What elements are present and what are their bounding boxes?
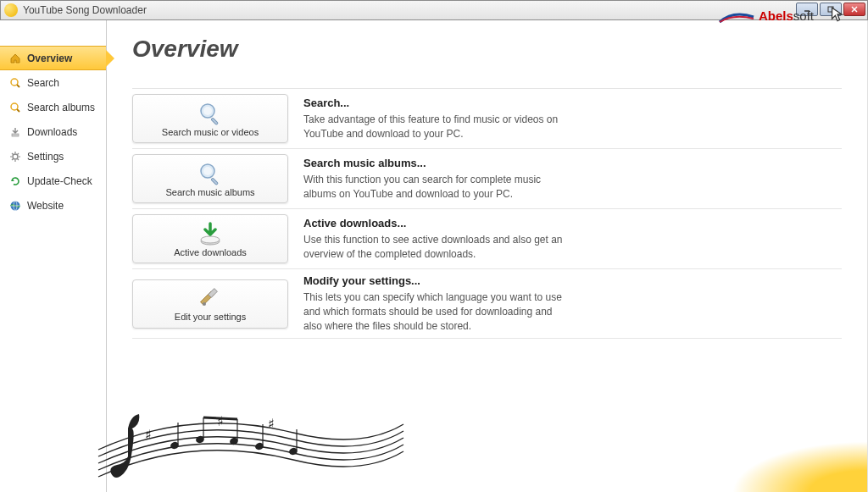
downloads-button[interactable]: Active downloads bbox=[132, 214, 288, 263]
svg-line-7 bbox=[17, 109, 19, 112]
card-search-albums: Search music albums Search music albums.… bbox=[132, 148, 842, 208]
svg-point-9 bbox=[13, 154, 18, 159]
sidebar-item-label: Update-Check bbox=[27, 175, 92, 187]
brand-logo: Abelssoft bbox=[718, 7, 856, 25]
svg-point-28 bbox=[201, 236, 220, 243]
sidebar-item-label: Search bbox=[27, 77, 59, 89]
card-button-label: Active downloads bbox=[174, 247, 247, 257]
svg-point-34 bbox=[229, 437, 239, 446]
svg-point-32 bbox=[195, 435, 205, 445]
settings-button[interactable]: Edit your settings bbox=[132, 279, 288, 329]
svg-point-29 bbox=[203, 302, 206, 306]
sidebar-item-label: Downloads bbox=[27, 126, 77, 138]
svg-point-6 bbox=[11, 103, 18, 110]
card-search: Search music or videos Search... Take ad… bbox=[132, 88, 842, 148]
window-title: YouTube Song Downloader bbox=[23, 4, 147, 16]
svg-point-36 bbox=[254, 442, 264, 451]
sidebar-item-overview[interactable]: Overview bbox=[0, 46, 106, 70]
sidebar-item-label: Search albums bbox=[27, 102, 95, 113]
brand-name: Abelssoft bbox=[759, 8, 814, 23]
sidebar: Overview Search Search albums Downloads … bbox=[0, 20, 107, 492]
sidebar-item-label: Overview bbox=[27, 53, 72, 64]
page-title: Overview bbox=[132, 36, 842, 63]
card-button-label: Edit your settings bbox=[175, 312, 246, 322]
gear-icon bbox=[8, 150, 22, 163]
brand-swoosh-icon bbox=[718, 8, 755, 24]
svg-line-5 bbox=[17, 85, 19, 87]
sidebar-item-update[interactable]: Update-Check bbox=[0, 169, 106, 193]
sidebar-item-downloads[interactable]: Downloads bbox=[0, 119, 106, 144]
search-button[interactable]: Search music or videos bbox=[132, 94, 288, 143]
card-description: Use this function to see active download… bbox=[303, 233, 566, 262]
card-description: This lets you can specify which language… bbox=[303, 290, 566, 333]
svg-rect-26 bbox=[211, 178, 218, 185]
svg-point-25 bbox=[203, 167, 212, 175]
sidebar-item-settings[interactable]: Settings bbox=[0, 144, 106, 169]
card-downloads: Active downloads Active downloads... Use… bbox=[132, 208, 842, 268]
svg-line-40 bbox=[203, 417, 237, 419]
card-settings: Edit your settings Modify your settings.… bbox=[132, 268, 842, 339]
download-icon bbox=[8, 125, 22, 139]
globe-icon bbox=[8, 199, 22, 213]
download-arrow-icon bbox=[198, 221, 223, 246]
card-description: With this function you can search for co… bbox=[303, 173, 566, 202]
svg-point-22 bbox=[203, 107, 212, 115]
search-icon bbox=[8, 76, 22, 90]
card-button-label: Search music albums bbox=[165, 187, 254, 197]
accent-decoration bbox=[732, 441, 867, 492]
card-title: Search... bbox=[303, 97, 842, 109]
svg-text:♯: ♯ bbox=[217, 414, 224, 428]
sidebar-item-label: Settings bbox=[27, 151, 64, 163]
svg-text:♯: ♯ bbox=[268, 417, 275, 431]
cursor-icon bbox=[819, 7, 856, 25]
svg-point-4 bbox=[11, 79, 18, 86]
card-button-label: Search music or videos bbox=[162, 127, 259, 137]
music-decoration: ♯ ♯ ♯ bbox=[90, 348, 412, 492]
svg-line-17 bbox=[12, 158, 14, 160]
magnifier-icon bbox=[198, 101, 223, 126]
card-description: Take advantage of this feature to find m… bbox=[303, 113, 566, 141]
svg-text:♯: ♯ bbox=[145, 428, 152, 442]
home-icon bbox=[8, 52, 22, 65]
sidebar-item-search-albums[interactable]: Search albums bbox=[0, 95, 106, 119]
app-icon bbox=[4, 3, 18, 17]
svg-rect-8 bbox=[12, 134, 19, 136]
svg-line-16 bbox=[18, 153, 19, 155]
magnifier-icon bbox=[198, 161, 223, 186]
svg-rect-23 bbox=[211, 118, 218, 124]
search-icon bbox=[8, 101, 22, 114]
tools-icon bbox=[198, 285, 223, 311]
search-albums-button[interactable]: Search music albums bbox=[132, 154, 288, 203]
sidebar-item-label: Website bbox=[27, 200, 64, 212]
card-title: Modify your settings... bbox=[303, 274, 842, 287]
svg-line-14 bbox=[12, 153, 14, 155]
svg-point-38 bbox=[288, 447, 298, 456]
sidebar-item-website[interactable]: Website bbox=[0, 193, 106, 218]
card-title: Search music albums... bbox=[303, 157, 842, 169]
svg-point-30 bbox=[170, 441, 180, 451]
main-content: Overview Search music or videos Search..… bbox=[107, 20, 868, 492]
svg-line-15 bbox=[18, 158, 19, 160]
card-title: Active downloads... bbox=[303, 217, 842, 229]
sidebar-item-search[interactable]: Search bbox=[0, 70, 106, 95]
refresh-icon bbox=[8, 174, 22, 188]
